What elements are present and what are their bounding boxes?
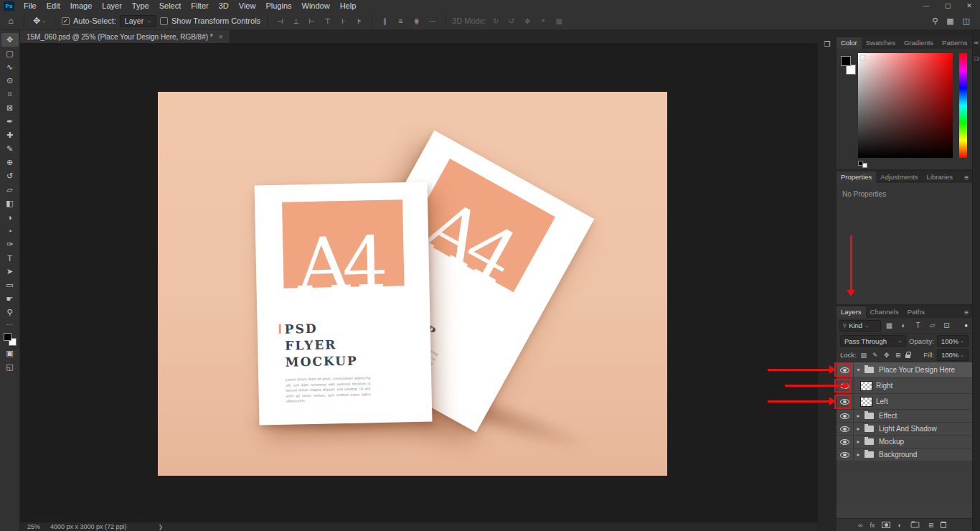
tab-layers[interactable]: Layers xyxy=(837,306,866,318)
layer-row-mockup[interactable]: ▸ Mockup xyxy=(837,436,972,448)
zoom-level[interactable]: 25% xyxy=(27,523,40,530)
document-canvas[interactable]: A4 PSD FLYER MOCKUP Lorem ipsum dolor si… xyxy=(158,92,667,476)
tab-swatches[interactable]: Swatches xyxy=(862,37,900,49)
menu-edit[interactable]: Edit xyxy=(42,0,65,12)
home-icon[interactable]: ⌂ xyxy=(4,16,17,26)
maximize-icon[interactable]: ▢ xyxy=(937,0,958,12)
hue-slider[interactable] xyxy=(959,53,967,158)
align-center-h-icon[interactable]: ⊥ xyxy=(290,17,302,25)
filter-toggle-icon[interactable]: ● xyxy=(964,322,969,329)
path-selection-tool[interactable]: ➤ xyxy=(1,265,19,278)
menu-image[interactable]: Image xyxy=(65,0,98,12)
visibility-toggle[interactable] xyxy=(837,394,854,409)
align-left-icon[interactable]: ⊣ xyxy=(274,17,286,25)
menu-type[interactable]: Type xyxy=(127,0,154,12)
dodge-tool[interactable]: ◔ xyxy=(1,224,19,238)
pen-tool[interactable]: ✑ xyxy=(1,238,19,251)
menu-view[interactable]: View xyxy=(234,0,261,12)
show-transform-checkbox[interactable] xyxy=(160,17,168,25)
background-color-swatch[interactable] xyxy=(846,65,856,75)
eyedropper-tool[interactable]: ✒ xyxy=(1,115,19,128)
move-tool[interactable]: ✥ xyxy=(1,33,19,47)
clone-stamp-tool[interactable]: ⊕ xyxy=(1,156,19,169)
marquee-tool[interactable]: ▢ xyxy=(1,47,19,60)
auto-select-checkbox[interactable]: ✓ xyxy=(62,17,70,25)
layer-row-effect[interactable]: ▸ Effect xyxy=(837,410,972,423)
visibility-toggle[interactable] xyxy=(837,448,854,461)
eraser-tool[interactable]: ▱ xyxy=(1,183,19,197)
tab-color[interactable]: Color xyxy=(837,37,862,49)
chevron-down-icon[interactable]: ▾ xyxy=(854,367,863,373)
chevron-right-icon[interactable]: ▸ xyxy=(854,451,863,458)
fill-dropdown[interactable]: 100% ⌄ xyxy=(937,349,969,361)
visibility-toggle[interactable] xyxy=(837,378,854,393)
tab-paths[interactable]: Paths xyxy=(903,306,929,318)
canvas-area[interactable]: A4 PSD FLYER MOCKUP Lorem ipsum dolor si… xyxy=(20,43,818,522)
filter-smart-object-icon[interactable]: ⊡ xyxy=(941,320,953,332)
saturation-field[interactable] xyxy=(858,53,953,158)
panel-menu-icon[interactable]: ≡ xyxy=(964,174,972,182)
distribute-h-icon[interactable]: ∥ xyxy=(379,17,391,25)
status-flyout-icon[interactable]: ❯ xyxy=(159,524,164,530)
new-group-icon[interactable] xyxy=(911,522,920,527)
menu-window[interactable]: Window xyxy=(297,0,335,12)
menu-3d[interactable]: 3D xyxy=(214,0,234,12)
foreground-color-swatch[interactable] xyxy=(4,333,11,341)
tab-properties[interactable]: Properties xyxy=(837,171,876,183)
search-icon[interactable]: ⚲ xyxy=(932,17,938,26)
tab-adjustments[interactable]: Adjustments xyxy=(876,171,922,183)
tab-gradients[interactable]: Gradients xyxy=(900,37,938,49)
layer-thumbnail[interactable] xyxy=(860,381,872,391)
layer-thumbnail[interactable] xyxy=(860,397,872,407)
object-selection-tool[interactable]: ⊙ xyxy=(1,74,19,88)
zoom-tool[interactable]: ⚲ xyxy=(1,306,19,319)
white-chip[interactable] xyxy=(862,163,867,168)
active-tool-icon[interactable]: ✥ ⌄ xyxy=(31,16,48,26)
auto-select-target-dropdown[interactable]: Layer ⌄ xyxy=(120,15,156,27)
photoshop-logo[interactable]: Ps xyxy=(4,1,14,11)
document-tab[interactable]: 15M_060.psd @ 25% (Place Your Design Her… xyxy=(20,30,230,43)
lock-artboard-icon[interactable]: ⊞ xyxy=(894,352,903,359)
filter-adjustment-icon[interactable]: ◐ xyxy=(897,320,910,332)
align-top-icon[interactable]: ⊤ xyxy=(321,17,334,25)
menu-file[interactable]: File xyxy=(19,0,42,12)
lasso-tool[interactable]: ∿ xyxy=(1,60,19,74)
minimize-icon[interactable]: — xyxy=(915,0,937,12)
menu-filter[interactable]: Filter xyxy=(186,0,213,12)
color-swatches[interactable] xyxy=(3,332,17,347)
filter-pixel-icon[interactable]: ▦ xyxy=(883,320,895,332)
blend-mode-dropdown[interactable]: Pass Through ⌄ xyxy=(840,335,906,347)
distribute-spacing-icon[interactable]: ⋕ xyxy=(410,17,423,25)
lock-position-icon[interactable]: ✥ xyxy=(882,352,891,359)
lock-pixels-icon[interactable]: ✎ xyxy=(871,352,880,359)
menu-select[interactable]: Select xyxy=(154,0,187,12)
tab-libraries[interactable]: Libraries xyxy=(923,171,957,183)
align-right-icon[interactable]: ⊢ xyxy=(306,17,318,25)
chevron-right-icon[interactable]: ▸ xyxy=(854,426,863,432)
lock-transparency-icon[interactable]: ▨ xyxy=(859,352,868,359)
screen-mode-icon[interactable]: ◱ xyxy=(1,360,19,374)
adjustment-layer-icon[interactable]: ◐ xyxy=(897,522,901,529)
menu-layer[interactable]: Layer xyxy=(97,0,127,12)
foreground-color-swatch[interactable] xyxy=(841,56,851,66)
shape-tool[interactable]: ▭ xyxy=(1,278,19,292)
type-tool[interactable]: T xyxy=(1,251,19,265)
panel-menu-icon[interactable]: ≡ xyxy=(964,309,972,316)
frame-tool[interactable]: ⊠ xyxy=(1,101,19,115)
gradient-tool[interactable]: ◧ xyxy=(1,197,19,210)
menu-plugins[interactable]: Plugins xyxy=(260,0,296,12)
add-mask-icon[interactable] xyxy=(882,522,890,528)
healing-brush-tool[interactable]: ✚ xyxy=(1,128,19,142)
brush-tool[interactable]: ✎ xyxy=(1,142,19,156)
visibility-toggle[interactable] xyxy=(837,410,854,422)
tab-patterns[interactable]: Patterns xyxy=(938,37,971,49)
visibility-toggle[interactable] xyxy=(837,423,854,435)
chevron-right-icon[interactable]: ▸ xyxy=(854,413,863,419)
edit-toolbar-icon[interactable]: ⋯ xyxy=(6,321,13,328)
collapsed-panel-icon[interactable]: ❐ xyxy=(818,40,837,48)
layer-row-background[interactable]: ▸ Background xyxy=(837,448,972,461)
crop-tool[interactable]: ⌗ xyxy=(1,88,19,101)
hand-tool[interactable]: ☛ xyxy=(1,292,19,306)
color-marker[interactable] xyxy=(860,55,865,60)
collapse-dock-icon[interactable]: ≪ xyxy=(973,40,980,46)
